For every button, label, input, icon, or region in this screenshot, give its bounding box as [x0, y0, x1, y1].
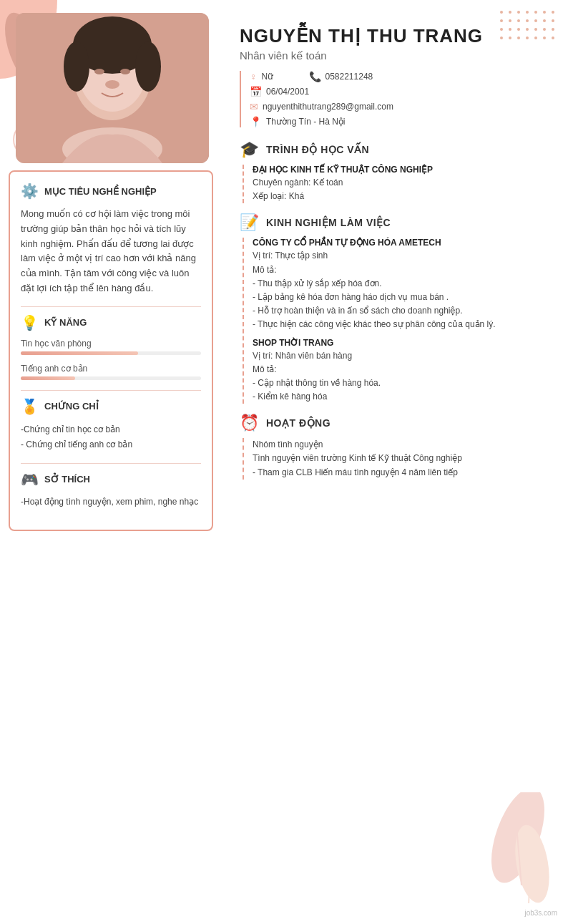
- activity-0: Nhóm tình nguyện: [253, 438, 554, 452]
- photo-placeholder: [16, 13, 209, 163]
- contact-email: ✉ nguyenthithutrang289@gmail.com: [250, 101, 554, 112]
- desc-label-0: Mô tả:: [253, 263, 554, 277]
- experience-section: 📝 KINH NGHIỆM LÀM VIỆC CÔNG TY CỔ PHẦN T…: [240, 213, 554, 404]
- desc-0-0: - Thu thập xử lý sắp xếp hóa đơn.: [253, 277, 554, 291]
- activity-1: Tình nguyện viên trường Kinh tế Kỹ thuật…: [253, 452, 554, 465]
- skills-section: 💡 KỸ NĂNG Tin học văn phòng Tiếng anh cơ…: [21, 314, 201, 380]
- contact-dob: 📅 06/04/2001: [250, 86, 554, 97]
- hobbies-title: 🎮 SỞ THÍCH: [21, 471, 201, 488]
- experience-title: KINH NGHIỆM LÀM VIỆC: [266, 217, 391, 228]
- contact-block: ♀ Nữ 📞 0582211248 📅 06/04/2001 ✉ nguyent…: [240, 71, 554, 127]
- location-icon: 📍: [250, 116, 262, 127]
- job-0: CÔNG TY CỔ PHẦN TỰ ĐỘNG HÓA AMETECH Vị t…: [253, 238, 554, 331]
- cert-icon: 🏅: [21, 398, 39, 415]
- desc-0-1: - Lập bảng kê hóa đơn hàng háo dịch vụ m…: [253, 291, 554, 304]
- activities-section: ⏰ HOẠT ĐỘNG Nhóm tình nguyện Tình nguyện…: [240, 414, 554, 480]
- company-0: CÔNG TY CỔ PHẦN TỰ ĐỘNG HÓA AMETECH: [253, 238, 554, 248]
- hobbies-content: -Hoạt động tình nguyện, xem phim, nghe n…: [21, 495, 201, 509]
- dot-grid: [500, 11, 557, 42]
- position-1: Vị trí: Nhân viên bán hàng: [253, 349, 554, 363]
- company-1: SHOP THỜI TRANG: [253, 338, 554, 348]
- email-icon: ✉: [250, 101, 258, 112]
- activities-title: HOẠT ĐỘNG: [266, 417, 330, 429]
- education-section: 🎓 TRÌNH ĐỘ HỌC VẤN ĐẠI HỌC KINH TẾ KỸ TH…: [240, 140, 554, 203]
- experience-header: 📝 KINH NGHIỆM LÀM VIỆC: [240, 213, 554, 232]
- deco-leaf-bottom: [475, 792, 561, 910]
- major-line: Chuyên ngành: Kế toán: [253, 176, 554, 190]
- watermark: job3s.com: [524, 909, 557, 917]
- objective-section: ⚙️ MỤC TIÊU NGHỀ NGHIỆP Mong muốn có cơ …: [21, 183, 201, 296]
- rank-line: Xếp loại: Khá: [253, 190, 554, 203]
- certificates-title: 🏅 CHỨNG CHỈ: [21, 398, 201, 415]
- objective-content: Mong muốn có cơ hội làm việc trong môi t…: [21, 207, 201, 296]
- svg-point-10: [94, 69, 104, 74]
- gender-icon: ♀: [250, 71, 258, 82]
- job-title: Nhân viên kế toán: [240, 49, 554, 62]
- phone-value: 0582211248: [325, 72, 373, 82]
- skill-bar-fill-0: [21, 351, 138, 355]
- experience-body: CÔNG TY CỔ PHẦN TỰ ĐỘNG HÓA AMETECH Vị t…: [243, 238, 554, 404]
- desc-0-2: - Hỗ trợ hoàn thiện và in ấn sổ sách cho…: [253, 304, 554, 318]
- experience-icon: 📝: [240, 213, 259, 232]
- svg-point-12: [105, 80, 119, 89]
- cert-item-0: -Chứng chỉ tin học cơ bản: [21, 422, 201, 438]
- job-1: SHOP THỜI TRANG Vị trí: Nhân viên bán hà…: [253, 338, 554, 404]
- certificates-section: 🏅 CHỨNG CHỈ -Chứng chỉ tin học cơ bản - …: [21, 398, 201, 453]
- photo-container: [16, 13, 209, 163]
- gender-value: Nữ: [262, 72, 305, 82]
- skill-item-1: Tiếng anh cơ bản: [21, 364, 201, 380]
- activities-body: Nhóm tình nguyện Tình nguyện viên trường…: [243, 438, 554, 480]
- desc-label-1: Mô tả:: [253, 363, 554, 376]
- address-value: Thường Tín - Hà Nội: [266, 117, 345, 127]
- hobby-icon: 🎮: [21, 471, 39, 488]
- cert-item-1: - Chứng chỉ tiếng anh cơ bản: [21, 437, 201, 453]
- desc-1-1: - Kiểm kê hàng hóa: [253, 390, 554, 404]
- skills-icon: 💡: [21, 314, 39, 331]
- activities-header: ⏰ HOẠT ĐỘNG: [240, 414, 554, 432]
- skill-bar-bg-1: [21, 376, 201, 380]
- right-column: NGUYỄN THỊ THU TRANG Nhân viên kế toán ♀…: [222, 0, 568, 924]
- skill-item-0: Tin học văn phòng: [21, 339, 201, 355]
- objective-title: ⚙️ MỤC TIÊU NGHỀ NGHIỆP: [21, 183, 201, 200]
- education-header: 🎓 TRÌNH ĐỘ HỌC VẤN: [240, 140, 554, 159]
- skill-bar-bg-0: [21, 351, 201, 355]
- dob-value: 06/04/2001: [266, 87, 309, 97]
- calendar-icon: 📅: [250, 86, 262, 97]
- skill-bar-fill-1: [21, 376, 75, 380]
- desc-0-3: - Thực hiện các công việc khác theo sự p…: [253, 318, 554, 331]
- email-value: nguyenthithutrang289@gmail.com: [263, 102, 393, 112]
- activities-icon: ⏰: [240, 414, 259, 432]
- svg-point-8: [64, 42, 89, 92]
- activity-2: - Tham gia CLB Hiến máu tình nguyện 4 nă…: [253, 466, 554, 480]
- hobbies-section: 🎮 SỞ THÍCH -Hoạt động tình nguyện, xem p…: [21, 471, 201, 509]
- contact-gender-phone: ♀ Nữ 📞 0582211248: [250, 71, 554, 82]
- skills-title: 💡 KỸ NĂNG: [21, 314, 201, 331]
- school-name: ĐẠI HỌC KINH TẾ KỸ THUẬT CÔNG NGHIỆP: [253, 165, 554, 175]
- contact-address: 📍 Thường Tín - Hà Nội: [250, 116, 554, 127]
- svg-point-11: [120, 69, 130, 74]
- education-title: TRÌNH ĐỘ HỌC VẤN: [266, 144, 369, 155]
- left-card: ⚙️ MỤC TIÊU NGHỀ NGHIỆP Mong muốn có cơ …: [9, 170, 213, 531]
- education-icon: 🎓: [240, 140, 259, 159]
- desc-1-0: - Cập nhật thông tin về hàng hóa.: [253, 376, 554, 390]
- education-body: ĐẠI HỌC KINH TẾ KỸ THUẬT CÔNG NGHIỆP Chu…: [243, 165, 554, 203]
- svg-point-9: [135, 42, 161, 92]
- objective-icon: ⚙️: [21, 183, 39, 200]
- position-0: Vị trí: Thực tập sinh: [253, 249, 554, 263]
- phone-icon: 📞: [309, 71, 321, 82]
